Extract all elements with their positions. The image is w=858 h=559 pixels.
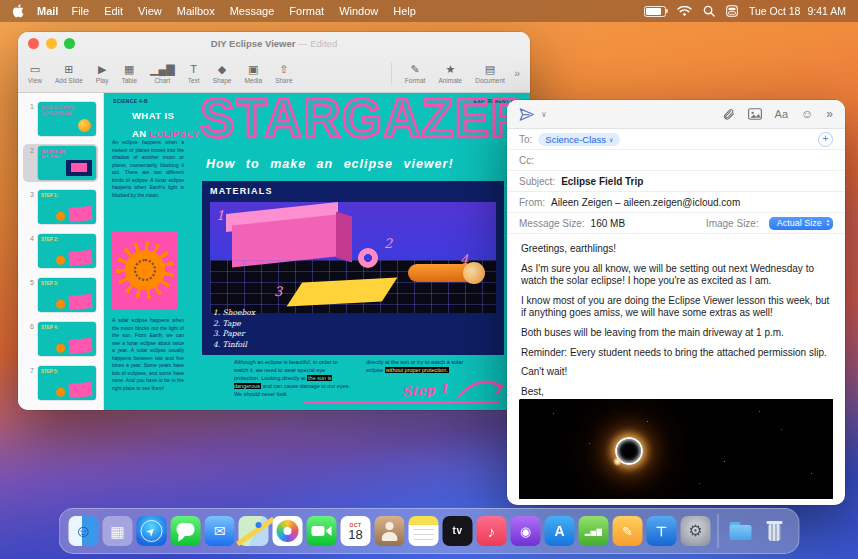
material-number-2: 2 — [384, 236, 392, 251]
search-icon[interactable] — [703, 5, 715, 17]
doc-warning-right: directly at the sun or try to watch a so… — [366, 359, 468, 375]
toolbar-button-icon: ▭ — [30, 63, 40, 76]
slide-thumbnail[interactable]: WHAT IS AN ECLIPSE? — [38, 146, 96, 180]
dock-icon-calendar[interactable]: OCT 18 — [341, 516, 371, 546]
menu-item[interactable]: Mailbox — [177, 5, 215, 17]
slide-thumbnail-row[interactable]: 7 STEP 5: — [23, 364, 98, 402]
send-icon[interactable] — [519, 107, 534, 122]
sun-illustration-card — [112, 231, 178, 309]
slide-thumbnail-label: STEP 3: — [41, 281, 58, 286]
toolbar-button-Shape[interactable]: ◆ Shape — [213, 63, 232, 84]
menu-item[interactable]: Message — [230, 5, 275, 17]
dock-icon-podcasts[interactable]: ◉ — [511, 516, 541, 546]
dock-icon-tv[interactable]: tv — [443, 516, 473, 546]
slide-thumbnail-row[interactable]: 2 WHAT IS AN ECLIPSE? — [23, 144, 98, 182]
toolbar-overflow-button[interactable]: » — [514, 67, 520, 79]
toolbar-button-Table[interactable]: ▦ Table — [121, 63, 137, 84]
dock-icon-glyph: ⚙ — [688, 523, 702, 539]
dock-icon-pages[interactable]: ✎ — [613, 516, 643, 546]
dock-icon-finder[interactable]: ☺ — [69, 516, 99, 546]
toolbar-button-Media[interactable]: ▣ Media — [244, 63, 262, 84]
photo-icon[interactable] — [748, 108, 762, 120]
toolbar-button-View[interactable]: ▭ View — [28, 63, 42, 84]
dock-icon-trash[interactable] — [760, 516, 790, 546]
toolbar-button-Text[interactable]: T Text — [188, 63, 200, 84]
toolbar-button-Chart[interactable]: ▁▄▇ Chart — [150, 63, 175, 84]
battery-icon[interactable] — [644, 6, 666, 17]
slide-thumbnail[interactable]: STEP 2: — [38, 234, 96, 268]
cc-field-row[interactable]: Cc: — [507, 150, 845, 171]
toolbar-button-Play[interactable]: ▶ Play — [96, 63, 109, 84]
dock-icon-system-settings[interactable]: ⚙ — [681, 516, 711, 546]
slide-thumbnail[interactable]: STEP 4: — [38, 322, 96, 356]
menu-clock[interactable]: Tue Oct 18 9:41 AM — [749, 5, 846, 17]
dock-icon-keynote[interactable]: ⊤ — [647, 516, 677, 546]
menu-item[interactable]: View — [138, 5, 162, 17]
recipient-token[interactable]: Science-Class ∨ — [538, 133, 620, 146]
slide-number: 6 — [25, 322, 34, 330]
send-options-chevron-icon[interactable]: ∨ — [541, 110, 547, 119]
from-field-row[interactable]: From: Aileen Zeigen – aileen.zeigen@iclo… — [507, 192, 845, 213]
slide-thumbnail-label: OUR ECLIPSE ADVENTURE — [41, 105, 77, 116]
toolbar-button-Document[interactable]: ▤ Document — [475, 63, 505, 84]
dock-icon-music[interactable]: ♪ — [477, 516, 507, 546]
material-number-3: 3 — [274, 284, 282, 299]
menu-item[interactable]: Format — [289, 5, 324, 17]
mail-compose-window: ∨ Aa ☺ » To: Science-Class ∨ + Cc: Subje… — [507, 100, 845, 505]
slide-thumbnail-row[interactable]: 3 STEP 1: — [23, 188, 98, 226]
dock-icon-messages[interactable] — [171, 516, 201, 546]
image-size-popup[interactable]: Actual Size ▴▾ — [769, 217, 833, 230]
slide-thumbnail[interactable]: STEP 1: — [38, 190, 96, 224]
menu-item[interactable]: Help — [393, 5, 416, 17]
toolbar-button-Add Slide[interactable]: ⊞ Add Slide — [55, 63, 83, 84]
toolbar-button-icon: ▁▄▇ — [150, 63, 175, 76]
dock-icon-mail[interactable]: ✉ — [205, 516, 235, 546]
message-size-label: Message Size: — [519, 218, 585, 229]
dock-icon-separator[interactable] — [718, 514, 719, 548]
wifi-icon[interactable] — [677, 6, 692, 17]
dock-icon-folder[interactable] — [726, 516, 756, 546]
doc-pink-underline — [304, 401, 500, 403]
slide-thumbnail[interactable]: STEP 3: — [38, 278, 96, 312]
toolbar-button-icon: ⊞ — [64, 63, 73, 76]
to-field-row[interactable]: To: Science-Class ∨ + — [507, 129, 845, 150]
control-center-icon[interactable] — [726, 5, 738, 17]
dock-icon-numbers[interactable]: ▂▅▇ — [579, 516, 609, 546]
dock-icon-safari[interactable]: ➤ — [137, 516, 167, 546]
slide-canvas[interactable]: SCIENCE 4-B EXPERIMENT #11 WHAT IS AN EC… — [104, 93, 530, 410]
slide-thumbnail-row[interactable]: 4 STEP 2: — [23, 232, 98, 270]
dock-icon-photos[interactable] — [273, 516, 303, 546]
image-size-label: Image Size: — [706, 218, 759, 229]
menu-item[interactable]: Window — [339, 5, 378, 17]
toolbar-more-icon[interactable]: » — [826, 107, 833, 121]
toolbar-button-Share[interactable]: ⇧ Share — [275, 63, 292, 84]
eclipse-photo-attachment[interactable] — [519, 399, 833, 499]
slide-thumbnail-row[interactable]: 6 STEP 4: — [23, 320, 98, 358]
toolbar-button-Animate[interactable]: ★ Animate — [438, 63, 462, 84]
subject-field-row[interactable]: Subject: Eclipse Field Trip — [507, 171, 845, 192]
slide-thumbnail[interactable]: STEP 5: — [38, 366, 96, 400]
emoji-icon[interactable]: ☺ — [801, 107, 813, 121]
dock-icon-notes[interactable] — [409, 516, 439, 546]
attachment-icon[interactable] — [722, 107, 735, 121]
format-icon[interactable]: Aa — [775, 108, 788, 120]
menu-item[interactable]: Edit — [104, 5, 123, 17]
title-bar[interactable]: DIY Eclipse Viewer — Edited — [18, 32, 530, 54]
menu-app-name[interactable]: Mail — [37, 5, 58, 17]
add-recipient-button[interactable]: + — [818, 132, 833, 147]
apple-menu[interactable] — [12, 4, 24, 18]
dock-icon-maps[interactable] — [239, 516, 269, 546]
dock-icon-contacts[interactable] — [375, 516, 405, 546]
toolbar-button-label: View — [28, 77, 42, 84]
toolbar-button-Format[interactable]: ✎ Format — [405, 63, 426, 84]
slide-thumbnail[interactable]: OUR ECLIPSE ADVENTURE — [38, 102, 96, 136]
slide-thumbnail-row[interactable]: 5 STEP 3: — [23, 276, 98, 314]
email-body[interactable]: Greetings, earthlings!As I'm sure you al… — [507, 234, 845, 397]
materials-illustration: 1 2 3 4 — [210, 202, 496, 313]
dock-icon-launchpad[interactable]: ▦ — [103, 516, 133, 546]
slide-thumbnail-row[interactable]: 1 OUR ECLIPSE ADVENTURE — [23, 100, 98, 138]
menu-item[interactable]: File — [71, 5, 89, 17]
dock-icon-facetime[interactable] — [307, 516, 337, 546]
dock-icon-app-store[interactable]: A — [545, 516, 575, 546]
doc-heading: WHAT IS AN ECLIPSE? — [132, 105, 199, 140]
